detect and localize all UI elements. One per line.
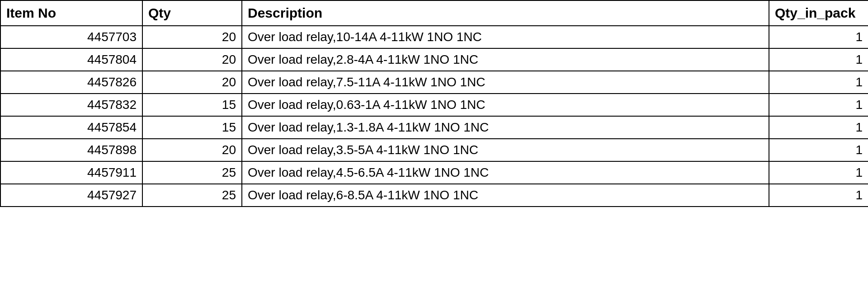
cell-qty-in-pack: 1 — [769, 71, 868, 94]
table-row: 445783215Over load relay,0.63-1A 4-11kW … — [0, 94, 868, 116]
cell-description: Over load relay,1.3-1.8A 4-11kW 1NO 1NC — [242, 116, 769, 139]
cell-item-no: 4457832 — [0, 94, 142, 116]
cell-item-no: 4457804 — [0, 48, 142, 71]
cell-qty: 25 — [142, 161, 242, 184]
col-header-item-no: Item No — [0, 0, 142, 26]
table-row: 445785415Over load relay,1.3-1.8A 4-11kW… — [0, 116, 868, 139]
cell-qty: 25 — [142, 184, 242, 207]
cell-qty-in-pack: 1 — [769, 116, 868, 139]
cell-qty: 20 — [142, 139, 242, 161]
cell-item-no: 4457911 — [0, 161, 142, 184]
cell-qty: 20 — [142, 71, 242, 94]
cell-qty-in-pack: 1 — [769, 184, 868, 207]
table-row: 445789820Over load relay,3.5-5A 4-11kW 1… — [0, 139, 868, 161]
cell-item-no: 4457927 — [0, 184, 142, 207]
header-row: Item No Qty Description Qty_in_pack — [0, 0, 868, 26]
col-header-description: Description — [242, 0, 769, 26]
table-row: 445770320Over load relay,10-14A 4-11kW 1… — [0, 26, 868, 48]
cell-qty: 15 — [142, 94, 242, 116]
cell-description: Over load relay,7.5-11A 4-11kW 1NO 1NC — [242, 71, 769, 94]
cell-qty: 20 — [142, 48, 242, 71]
table-container: Item No Qty Description Qty_in_pack 4457… — [0, 0, 868, 301]
table-row: 445780420Over load relay,2.8-4A 4-11kW 1… — [0, 48, 868, 71]
table-row: 445791125Over load relay,4.5-6.5A 4-11kW… — [0, 161, 868, 184]
cell-qty-in-pack: 1 — [769, 94, 868, 116]
col-header-qty-in-pack: Qty_in_pack — [769, 0, 868, 26]
cell-qty: 20 — [142, 26, 242, 48]
cell-qty-in-pack: 1 — [769, 26, 868, 48]
cell-qty-in-pack: 1 — [769, 139, 868, 161]
cell-description: Over load relay,0.63-1A 4-11kW 1NO 1NC — [242, 94, 769, 116]
cell-description: Over load relay,3.5-5A 4-11kW 1NO 1NC — [242, 139, 769, 161]
cell-qty-in-pack: 1 — [769, 161, 868, 184]
cell-description: Over load relay,4.5-6.5A 4-11kW 1NO 1NC — [242, 161, 769, 184]
cell-description: Over load relay,6-8.5A 4-11kW 1NO 1NC — [242, 184, 769, 207]
col-header-qty: Qty — [142, 0, 242, 26]
cell-item-no: 4457898 — [0, 139, 142, 161]
cell-description: Over load relay,10-14A 4-11kW 1NO 1NC — [242, 26, 769, 48]
table-row: 445782620Over load relay,7.5-11A 4-11kW … — [0, 71, 868, 94]
cell-item-no: 4457826 — [0, 71, 142, 94]
cell-qty-in-pack: 1 — [769, 48, 868, 71]
table-row: 445792725Over load relay,6-8.5A 4-11kW 1… — [0, 184, 868, 207]
cell-qty: 15 — [142, 116, 242, 139]
data-table: Item No Qty Description Qty_in_pack 4457… — [0, 0, 868, 207]
cell-item-no: 4457854 — [0, 116, 142, 139]
cell-description: Over load relay,2.8-4A 4-11kW 1NO 1NC — [242, 48, 769, 71]
cell-item-no: 4457703 — [0, 26, 142, 48]
